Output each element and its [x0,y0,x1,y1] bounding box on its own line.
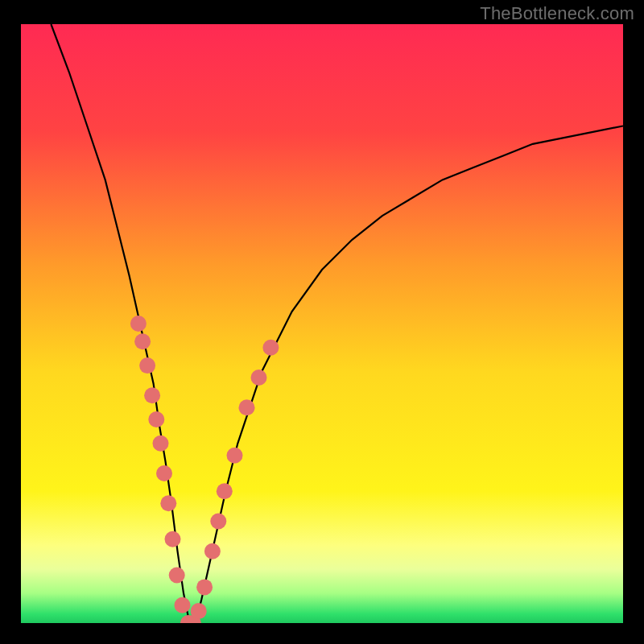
highlight-point [196,579,213,595]
bottleneck-chart [21,24,623,623]
highlight-point [134,333,151,349]
highlight-point [169,568,185,584]
highlight-point [148,411,164,427]
highlight-point [217,483,233,499]
highlight-point [204,543,221,559]
chart-background [21,24,623,623]
highlight-point [165,531,181,547]
watermark-text: TheBottleneck.com [480,3,634,24]
highlight-point [262,340,279,356]
highlight-point [130,316,147,332]
highlight-point [153,436,169,452]
highlight-point [144,387,160,403]
highlight-point [191,603,207,619]
highlight-point [210,514,226,530]
highlight-point [139,357,155,374]
highlight-point [227,448,243,464]
highlight-point [156,465,172,481]
highlight-point [251,369,267,386]
highlight-point [160,495,176,511]
highlight-point [239,399,255,415]
highlight-point [175,597,191,613]
